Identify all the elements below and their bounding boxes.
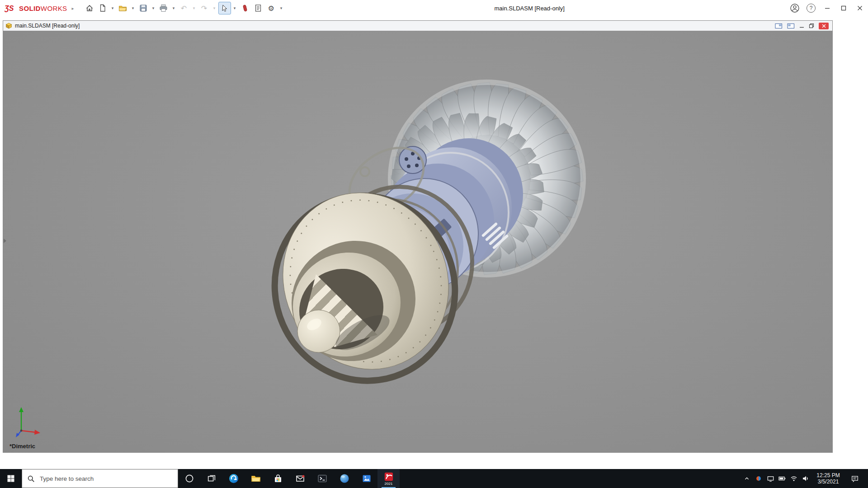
maximize-icon [841, 5, 846, 11]
home-button[interactable] [83, 2, 96, 14]
print-dropdown[interactable]: ▾ [170, 2, 177, 14]
doc-minimize-icon [799, 23, 804, 28]
blue-sphere-app-icon [339, 473, 350, 484]
brand-wordmark: SOLIDWORKS [19, 5, 67, 12]
taskbar-solidworks-button[interactable]: 2021 [377, 469, 400, 488]
system-tray: 12:25 PM 3/5/2021 [734, 469, 868, 488]
taskbar-mail-button[interactable] [289, 469, 311, 488]
solidworks-app-icon [384, 472, 394, 482]
document-window-controls [775, 23, 830, 29]
doc-close-icon [822, 24, 826, 28]
app-titlebar: ƷS SOLIDWORKS ▸ ▾ ▾ [0, 0, 868, 16]
reference-triad [14, 403, 50, 439]
select-tool-dropdown[interactable]: ▾ [231, 2, 238, 14]
action-center-button[interactable] [845, 474, 865, 483]
clock-time: 12:25 PM [811, 472, 845, 479]
start-button[interactable] [0, 469, 22, 488]
minimize-icon [825, 5, 830, 11]
cortana-icon [184, 474, 194, 483]
file-properties-icon [254, 4, 262, 12]
task-view-icon [207, 474, 217, 483]
new-document-icon [99, 4, 107, 12]
red-tool-icon [242, 4, 248, 12]
tray-display[interactable] [764, 469, 776, 488]
help-icon: ? [807, 4, 816, 13]
graphics-area[interactable]: *Dimetric [3, 31, 832, 452]
x-axis-arrow [34, 430, 40, 435]
select-arrow-icon [221, 4, 229, 12]
doc-minimize-button[interactable] [799, 23, 804, 28]
menu-flyout-arrow-icon[interactable]: ▸ [72, 6, 74, 11]
open-button[interactable] [117, 2, 129, 14]
tray-battery[interactable] [776, 469, 788, 488]
taskbar-edge-button[interactable] [222, 469, 245, 488]
red-tool-button[interactable] [239, 2, 251, 14]
doc-pane-left-button[interactable] [775, 23, 783, 29]
edge-icon [228, 473, 239, 484]
close-icon [857, 5, 863, 11]
y-axis-arrow [19, 407, 24, 412]
taskbar-clock[interactable]: 12:25 PM 3/5/2021 [811, 469, 845, 488]
redo-button[interactable]: ↷ [198, 2, 211, 14]
undo-button[interactable]: ↶ [178, 2, 190, 14]
taskbar-terminal-button[interactable] [311, 469, 333, 488]
app-close-button[interactable] [852, 0, 868, 16]
tray-color-app[interactable] [753, 469, 764, 488]
redo-dropdown[interactable]: ▾ [211, 2, 218, 14]
battery-icon [778, 474, 786, 483]
doc-close-button[interactable] [819, 23, 829, 29]
windows-logo-icon [6, 474, 15, 483]
tray-network[interactable] [788, 469, 800, 488]
account-button[interactable] [787, 0, 803, 16]
app-window-title: main.SLDASM [Read-only] [495, 5, 565, 12]
select-tool-button[interactable] [218, 2, 231, 14]
options-button[interactable]: ⚙ [265, 2, 278, 14]
taskbar-photos-button[interactable] [355, 469, 377, 488]
cortana-button[interactable] [178, 469, 200, 488]
task-view-button[interactable] [200, 469, 222, 488]
mail-icon [295, 473, 306, 484]
engine-3d-model[interactable] [3, 31, 832, 452]
cone-tip [297, 310, 340, 352]
document-window: main.SLDASM [Read-only] [3, 20, 833, 453]
taskbar-blue-sphere-button[interactable] [333, 469, 355, 488]
search-input[interactable] [39, 475, 173, 483]
options-dropdown[interactable]: ▾ [278, 2, 285, 14]
print-button[interactable] [157, 2, 170, 14]
assembly-document-icon [5, 23, 12, 29]
chevron-up-icon [743, 475, 750, 482]
color-dot-icon [755, 475, 762, 482]
panel-collapse-handle[interactable] [4, 239, 6, 243]
doc-restore-button[interactable] [809, 23, 814, 28]
save-floppy-icon [139, 4, 147, 12]
document-titlebar[interactable]: main.SLDASM [Read-only] [3, 21, 832, 31]
file-properties-button[interactable] [252, 2, 264, 14]
doc-pane-right-button[interactable] [787, 23, 795, 29]
help-button[interactable]: ? [803, 0, 819, 16]
speaker-icon [802, 474, 810, 483]
solidworks-logo: ƷS SOLIDWORKS [0, 4, 67, 13]
wifi-icon [790, 474, 798, 483]
search-icon [27, 475, 35, 483]
save-dropdown[interactable]: ▾ [150, 2, 157, 14]
photos-icon [361, 473, 372, 484]
tray-volume[interactable] [800, 469, 811, 488]
quick-access-toolbar: ▾ ▾ ▾ ▾ ↶ ▾ ↷ ▾ [83, 2, 285, 14]
clock-date: 3/5/2021 [811, 479, 845, 485]
app-minimize-button[interactable] [819, 0, 835, 16]
app-maximize-button[interactable] [835, 0, 852, 16]
new-document-dropdown[interactable]: ▾ [109, 2, 116, 14]
undo-dropdown[interactable]: ▾ [191, 2, 198, 14]
hidden-icons-chevron[interactable] [741, 469, 753, 488]
pane-right-icon [787, 23, 795, 29]
new-document-button[interactable] [96, 2, 109, 14]
print-icon [159, 4, 168, 12]
taskbar-search-box[interactable] [22, 469, 178, 488]
document-title: main.SLDASM [Read-only] [15, 23, 80, 29]
open-folder-icon [118, 4, 127, 12]
taskbar-file-explorer-button[interactable] [245, 469, 267, 488]
taskbar-store-button[interactable] [267, 469, 289, 488]
save-button[interactable] [137, 2, 150, 14]
open-dropdown[interactable]: ▾ [130, 2, 137, 14]
svg-text:ƷS: ƷS [5, 5, 14, 12]
